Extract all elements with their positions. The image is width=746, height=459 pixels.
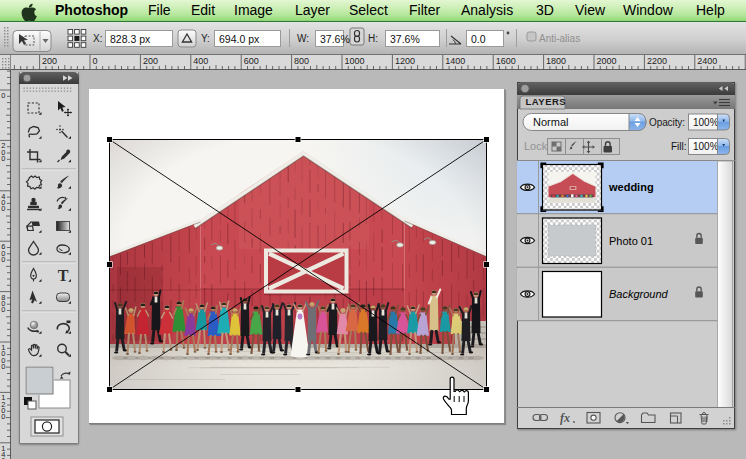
svg-text:0: 0 bbox=[1, 154, 5, 163]
svg-text:Photo 01: Photo 01 bbox=[609, 235, 653, 247]
svg-text:1600: 1600 bbox=[496, 56, 516, 66]
svg-text:100%: 100% bbox=[693, 141, 719, 152]
svg-text:2000: 2000 bbox=[597, 56, 617, 66]
svg-text:800: 800 bbox=[294, 56, 309, 66]
svg-text:600: 600 bbox=[244, 56, 259, 66]
svg-text:400: 400 bbox=[193, 56, 208, 66]
svg-text:1800: 1800 bbox=[546, 56, 566, 66]
svg-text:0: 0 bbox=[1, 412, 5, 421]
svg-text:Fill:: Fill: bbox=[671, 141, 687, 152]
svg-text:2400: 2400 bbox=[697, 56, 717, 66]
svg-text:200: 200 bbox=[42, 56, 57, 66]
svg-text:1200: 1200 bbox=[395, 56, 415, 66]
svg-text:2200: 2200 bbox=[647, 56, 667, 66]
svg-text:200: 200 bbox=[143, 56, 158, 66]
svg-text:T: T bbox=[58, 267, 69, 284]
svg-text:Lock:: Lock: bbox=[524, 140, 550, 152]
svg-text:0: 0 bbox=[1, 362, 5, 371]
svg-text:wedding: wedding bbox=[608, 181, 654, 193]
svg-text:LAYERS: LAYERS bbox=[526, 96, 567, 107]
svg-text:0: 0 bbox=[1, 204, 5, 213]
svg-text:Normal: Normal bbox=[533, 116, 568, 128]
svg-text:Background: Background bbox=[609, 288, 669, 300]
svg-text:0: 0 bbox=[93, 56, 98, 66]
svg-text:1000: 1000 bbox=[345, 56, 365, 66]
svg-text:100%: 100% bbox=[693, 117, 719, 128]
svg-text:0: 0 bbox=[1, 91, 5, 100]
svg-text:Opacity:: Opacity: bbox=[649, 117, 685, 128]
svg-text:1400: 1400 bbox=[445, 56, 465, 66]
svg-text:0: 0 bbox=[1, 255, 5, 264]
svg-text:0: 0 bbox=[1, 305, 5, 314]
svg-text:fx: fx bbox=[560, 411, 570, 425]
